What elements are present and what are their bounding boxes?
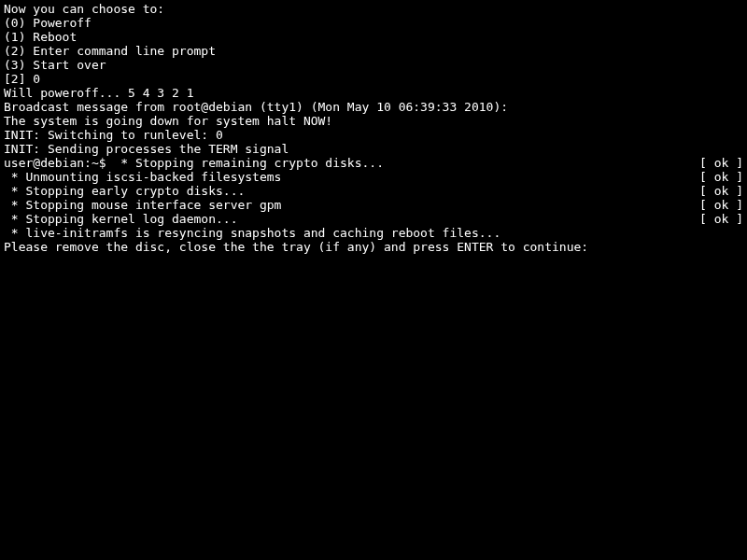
halt-message: The system is going down for system halt… [4, 114, 743, 128]
service-text: user@debian:~$ * Stopping remaining cryp… [4, 156, 384, 170]
service-line: * Unmounting iscsi-backed filesystems [ … [4, 170, 743, 184]
menu-option-1: (1) Reboot [4, 30, 743, 44]
service-status-ok: [ ok ] [699, 184, 743, 198]
service-text: * Stopping early crypto disks... [4, 184, 245, 198]
menu-option-0: (0) Poweroff [4, 16, 743, 30]
service-status-ok: [ ok ] [699, 198, 743, 212]
service-status-ok: [ ok ] [699, 212, 743, 226]
service-status-ok: [ ok ] [699, 170, 743, 184]
poweroff-countdown: Will poweroff... 5 4 3 2 1 [4, 86, 743, 100]
service-line: * Stopping early crypto disks... [ ok ] [4, 184, 743, 198]
menu-option-2: (2) Enter command line prompt [4, 44, 743, 58]
init-term-signal: INIT: Sending processes the TERM signal [4, 142, 743, 156]
service-line: * Stopping kernel log daemon... [ ok ] [4, 212, 743, 226]
service-status-ok: [ ok ] [699, 156, 743, 170]
menu-input-prompt[interactable]: [2] 0 [4, 72, 743, 86]
broadcast-message: Broadcast message from root@debian (tty1… [4, 100, 743, 114]
resync-message: * live-initramfs is resyncing snapshots … [4, 226, 743, 240]
init-runlevel: INIT: Switching to runlevel: 0 [4, 128, 743, 142]
service-line: * Stopping mouse interface server gpm [ … [4, 198, 743, 212]
service-text: * Stopping kernel log daemon... [4, 212, 237, 226]
service-text: * Stopping mouse interface server gpm [4, 198, 281, 212]
menu-option-3: (3) Start over [4, 58, 743, 72]
service-text: * Unmounting iscsi-backed filesystems [4, 170, 281, 184]
menu-header: Now you can choose to: [4, 2, 743, 16]
service-line: user@debian:~$ * Stopping remaining cryp… [4, 156, 743, 170]
enter-prompt[interactable]: Please remove the disc, close the the tr… [4, 240, 743, 254]
